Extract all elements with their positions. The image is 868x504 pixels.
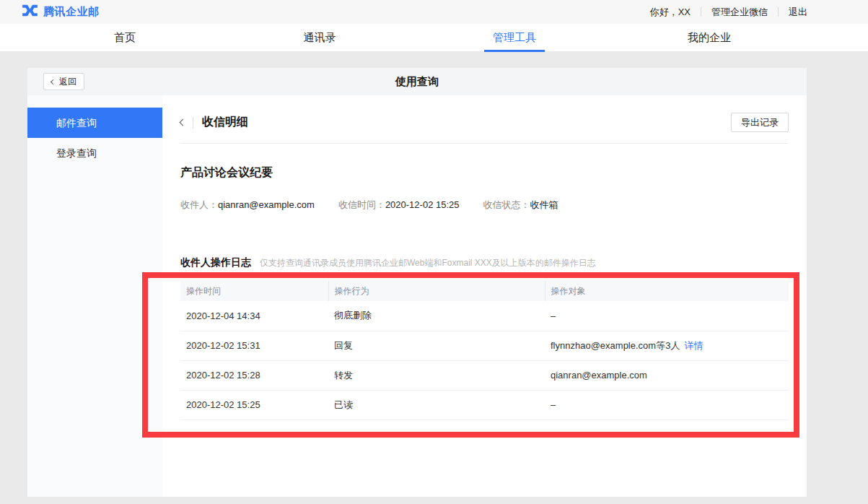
table-row: 2020-12-02 15:25已读–: [180, 390, 789, 420]
tab-admin-tools[interactable]: 管理工具: [417, 24, 612, 51]
operation-log-header: 收件人操作日志 仅支持查询通讯录成员使用腾讯企业邮Web端和Foxmail XX…: [180, 256, 789, 269]
back-button-label: 返回: [59, 76, 76, 88]
meta-receive-time: 收信时间：2020-12-02 15:25: [338, 199, 460, 212]
meta-value: 收件箱: [530, 199, 558, 210]
column-header-time: 操作时间: [180, 281, 328, 301]
operation-log-title: 收件人操作日志: [180, 256, 251, 269]
divider: [701, 7, 701, 17]
back-chevron-icon[interactable]: [180, 119, 187, 126]
app-logo[interactable]: 腾讯企业邮: [22, 4, 100, 20]
app-title: 腾讯企业邮: [43, 5, 100, 19]
cell-operation-target: –: [545, 301, 789, 331]
table-row: 2020-12-02 15:31回复flynnzhao@example.com等…: [180, 331, 789, 360]
tab-my-company[interactable]: 我的企业: [612, 24, 807, 51]
meta-label: 收件人：: [180, 199, 218, 210]
cell-operation-time: 2020-12-04 14:34: [180, 301, 328, 331]
usage-query-panel: 返回 使用查询 邮件查询 登录查询 收信明细 导出记录 产品讨论会议纪要: [27, 68, 807, 497]
user-greeting: 你好，XX: [650, 6, 691, 19]
chevron-left-icon: [51, 79, 56, 84]
table-header-row: 操作时间 操作行为 操作对象: [180, 281, 789, 301]
export-records-button[interactable]: 导出记录: [731, 113, 789, 132]
detail-link[interactable]: 详情: [684, 340, 703, 351]
cell-operation-time: 2020-12-02 15:25: [180, 390, 328, 420]
tab-home[interactable]: 首页: [27, 24, 222, 51]
mail-subject: 产品讨论会议纪要: [180, 165, 789, 181]
meta-label: 收信时间：: [338, 199, 385, 210]
detail-title: 收信明细: [202, 115, 248, 130]
divider: [778, 7, 779, 17]
detail-header: 收信明细 导出记录: [180, 95, 789, 144]
sidebar-item-label: 邮件查询: [56, 117, 97, 129]
meta-receive-status: 收信状态：收件箱: [483, 199, 558, 212]
cell-operation-time: 2020-12-02 15:31: [180, 331, 328, 360]
cell-operation-action: 回复: [328, 331, 545, 360]
logout-link[interactable]: 退出: [789, 6, 807, 19]
column-header-action: 操作行为: [328, 281, 545, 301]
divider: [193, 117, 193, 129]
sidebar-item-label: 登录查询: [56, 147, 97, 159]
tab-contacts[interactable]: 通讯录: [222, 24, 417, 51]
meta-recipient: 收件人：qianran@example.com: [180, 199, 315, 212]
back-button[interactable]: 返回: [43, 73, 84, 90]
log-table-body: 2020-12-04 14:34彻底删除–2020-12-02 15:31回复f…: [180, 301, 789, 420]
page-title: 使用查询: [395, 75, 439, 89]
page-subheader: 返回 使用查询: [27, 68, 807, 95]
sidebar-item-mail-query[interactable]: 邮件查询: [27, 108, 162, 138]
main-nav: 首页 通讯录 管理工具 我的企业: [0, 24, 868, 52]
exmail-logo-icon: [22, 4, 38, 20]
mail-meta: 收件人：qianran@example.com 收信时间：2020-12-02 …: [180, 199, 789, 212]
cell-operation-target: qianran@example.com: [545, 360, 789, 390]
topbar: 腾讯企业邮 你好，XX 管理企业微信 退出: [0, 0, 868, 24]
cell-operation-action: 彻底删除: [328, 301, 545, 331]
table-row: 2020-12-04 14:34彻底删除–: [180, 301, 789, 331]
mail-detail-content: 收信明细 导出记录 产品讨论会议纪要 收件人：qianran@example.c…: [162, 95, 807, 497]
cell-operation-target: flynnzhao@example.com等3人详情: [545, 331, 789, 360]
cell-operation-action: 已读: [328, 390, 545, 420]
operation-log-table: 操作时间 操作行为 操作对象 2020-12-04 14:34彻底删除–2020…: [180, 281, 789, 420]
meta-value: 2020-12-02 15:25: [385, 199, 460, 210]
manage-wecom-link[interactable]: 管理企业微信: [711, 6, 768, 19]
sidebar: 邮件查询 登录查询: [27, 95, 162, 497]
meta-label: 收信状态：: [483, 199, 530, 210]
cell-operation-action: 转发: [328, 360, 545, 390]
operation-log-note: 仅支持查询通讯录成员使用腾讯企业邮Web端和Foxmail XXX及以上版本的邮…: [260, 257, 596, 269]
topbar-actions: 你好，XX 管理企业微信 退出: [650, 6, 807, 19]
column-header-target: 操作对象: [545, 281, 789, 301]
meta-value: qianran@example.com: [218, 199, 315, 210]
operation-log-table-wrap: 操作时间 操作行为 操作对象 2020-12-04 14:34彻底删除–2020…: [180, 281, 789, 420]
table-row: 2020-12-02 15:28转发qianran@example.com: [180, 360, 789, 390]
sidebar-item-login-query[interactable]: 登录查询: [27, 138, 162, 168]
cell-operation-time: 2020-12-02 15:28: [180, 360, 328, 390]
cell-operation-target: –: [545, 390, 789, 420]
